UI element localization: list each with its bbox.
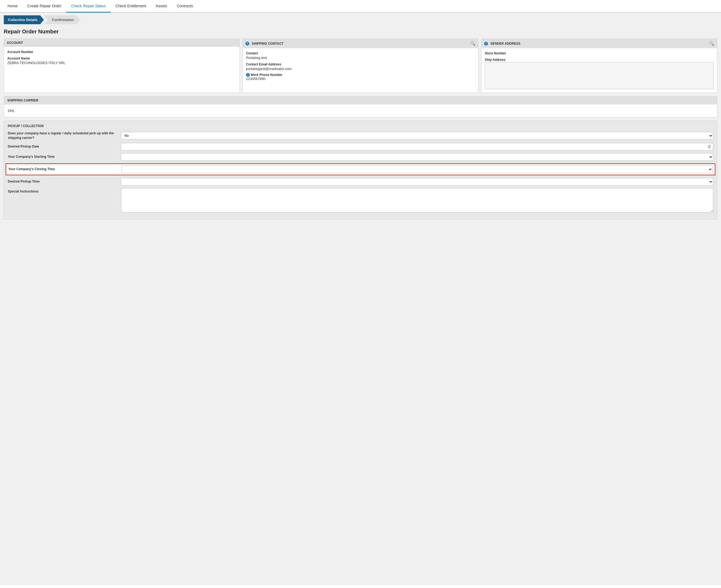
wizard-tabs: Collection Details Confirmation [0, 13, 721, 24]
account-name-value: ZEBRA TECHNOLOGIES ITALY SRL [7, 61, 236, 65]
work-phone-value: 1234567890 [246, 77, 475, 81]
sender-address-body: Store Number Ship Address [481, 48, 717, 92]
starting-time-select[interactable] [121, 153, 713, 161]
shipping-contact-body: Contact Portalreg test Contact Email Add… [243, 48, 478, 91]
closing-time-control [121, 166, 713, 173]
account-name-label: Account Name [7, 57, 236, 60]
nav-item-check-entitlement[interactable]: Check Entitlement [111, 0, 151, 13]
regular-pickup-control: No Yes [121, 132, 713, 140]
account-card-header: ACCOUNT [4, 39, 240, 47]
regular-pickup-label: Does your company have a regular / daily… [8, 131, 121, 140]
nav-item-create-repair-order[interactable]: Create Repair Order [22, 0, 66, 13]
contact-email-value: portalregtest@mailinator.com [246, 67, 475, 71]
nav-bar: Home Create Repair Order Check Repair St… [0, 0, 721, 13]
special-instructions-textarea[interactable] [121, 188, 713, 212]
wizard-tab-confirmation[interactable]: Confirmation [44, 15, 80, 24]
sender-address-header: i SENDER ADDRESS 🔍 [481, 39, 717, 48]
wizard-tab-collection-details[interactable]: Collection Details [4, 15, 44, 24]
starting-time-label: Your Company's Starting Time [8, 154, 121, 159]
work-phone-info-icon[interactable]: i [246, 73, 250, 77]
account-card-body: Account Number Account Name ZEBRA TECHNO… [4, 47, 240, 90]
shipping-contact-search-icon[interactable]: 🔍 [470, 41, 476, 46]
desired-pickup-date-label: Desired Pickup Date [8, 144, 121, 149]
pickup-collection-section: PICKUP / COLLECTION Does your company ha… [4, 121, 717, 219]
cards-row: ACCOUNT Account Number Account Name ZEBR… [4, 39, 717, 93]
sender-address-info-icon[interactable]: i [484, 42, 488, 45]
sender-address-header-label: SENDER ADDRESS [490, 42, 521, 45]
main-content: Repair Order Number ACCOUNT Account Numb… [0, 24, 721, 585]
desired-pickup-date-control: 🗓 [121, 143, 713, 150]
special-instructions-label: Special Instructions [8, 188, 121, 194]
closing-time-label: Your Company's Closing Time [8, 167, 121, 171]
special-instructions-control [121, 188, 713, 213]
shipping-contact-info-icon[interactable]: i [245, 42, 249, 45]
contact-label: Contact [246, 51, 475, 55]
shipping-carrier-body: DHL [4, 104, 717, 117]
starting-time-control [121, 153, 713, 161]
desired-pickup-date-input[interactable] [121, 144, 706, 150]
calendar-icon[interactable]: 🗓 [706, 145, 713, 149]
ship-address-textarea[interactable] [485, 62, 714, 89]
contact-value: Portalreg test [246, 56, 475, 60]
regular-pickup-select[interactable]: No Yes [121, 132, 713, 140]
closing-time-row: Your Company's Closing Time [6, 163, 715, 175]
work-phone-label: Work Phone Number [251, 73, 282, 77]
shipping-carrier-section: SHIPPING CARRIER DHL [4, 96, 717, 118]
desired-pickup-time-control [121, 178, 713, 186]
contact-email-label: Contact Email Address [246, 62, 475, 66]
desired-pickup-time-select[interactable] [121, 178, 713, 186]
nav-item-contracts[interactable]: Contracts [172, 0, 198, 13]
nav-item-check-repair-status[interactable]: Check Repair Status [66, 0, 111, 13]
shipping-carrier-value: DHL [8, 107, 713, 114]
regular-pickup-row: Does your company have a regular / daily… [8, 131, 713, 140]
closing-time-select[interactable] [121, 166, 713, 173]
desired-pickup-time-label: Desired Pickup Time [8, 179, 121, 184]
desired-pickup-time-row: Desired Pickup Time [8, 178, 713, 186]
shipping-contact-header: i SHIPPING CONTACT 🔍 [243, 39, 478, 48]
nav-item-home[interactable]: Home [3, 0, 22, 13]
date-input-wrap: 🗓 [121, 143, 713, 150]
shipping-contact-header-label: SHIPPING CONTACT [252, 42, 283, 45]
pickup-collection-header: PICKUP / COLLECTION [8, 124, 713, 128]
shipping-carrier-header: SHIPPING CARRIER [4, 97, 717, 104]
sender-address-search-icon[interactable]: 🔍 [709, 41, 714, 46]
nav-item-assets[interactable]: Assets [151, 0, 172, 13]
starting-time-row: Your Company's Starting Time [8, 153, 713, 161]
account-card: ACCOUNT Account Number Account Name ZEBR… [4, 39, 240, 93]
shipping-contact-card: i SHIPPING CONTACT 🔍 Contact Portalreg t… [242, 39, 479, 93]
sender-address-card: i SENDER ADDRESS 🔍 Store Number Ship Add… [481, 39, 717, 93]
desired-pickup-date-row: Desired Pickup Date 🗓 [8, 143, 713, 150]
account-header-label: ACCOUNT [7, 41, 23, 45]
special-instructions-row: Special Instructions [8, 188, 713, 213]
store-number-label: Store Number [485, 51, 714, 55]
account-number-label: Account Number [7, 50, 236, 54]
ship-address-label: Ship Address [485, 58, 714, 62]
page-title: Repair Order Number [4, 28, 717, 35]
